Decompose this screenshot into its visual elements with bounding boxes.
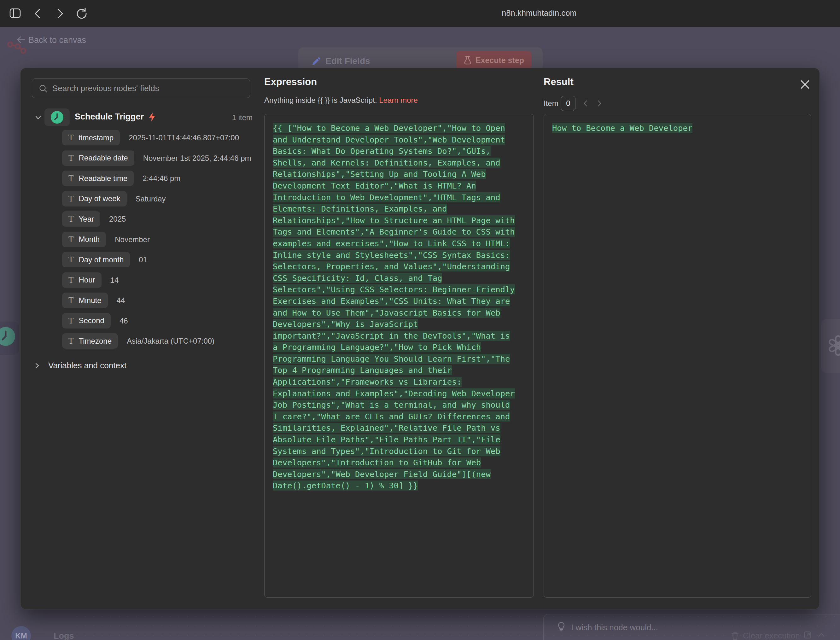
field-value: November (115, 232, 150, 244)
field-name: Day of week (79, 194, 120, 203)
pencil-icon (311, 56, 322, 66)
field-chip[interactable]: T Minute (62, 293, 108, 308)
field-chip[interactable]: T timestamp (62, 130, 120, 146)
field-value: 44 (117, 293, 125, 305)
field-row: T Hour 14 (32, 272, 253, 293)
field-value: November 1st 2025, 2:44:46 pm (143, 150, 251, 163)
field-name: Readable date (79, 154, 128, 162)
schedule-trigger-tree-header[interactable]: Schedule Trigger 1 item (32, 109, 253, 127)
execute-step-label: Execute step (475, 56, 524, 65)
field-row: T Day of month 01 (32, 252, 253, 272)
tree-node-title: Schedule Trigger (75, 112, 144, 122)
text-type-icon: T (69, 295, 74, 305)
text-type-icon: T (69, 235, 74, 244)
node-title: Edit Fields (325, 56, 370, 66)
item-label: Item (544, 99, 558, 108)
browser-forward-icon[interactable] (54, 8, 66, 19)
clock-icon (51, 111, 63, 123)
field-row: T Day of week Saturday (32, 191, 253, 211)
field-chip[interactable]: T Readable date (62, 150, 134, 166)
text-type-icon: T (69, 316, 74, 326)
expression-title: Expression (264, 76, 317, 88)
field-name: Day of month (79, 255, 124, 264)
openai-icon (826, 334, 840, 357)
browser-back-icon[interactable] (32, 8, 43, 19)
item-prev-icon[interactable] (582, 99, 589, 108)
expression-hint: Anything inside {{ }} is JavaScript. Lea… (264, 96, 418, 105)
learn-more-link[interactable]: Learn more (379, 96, 418, 104)
text-type-icon: T (69, 173, 74, 183)
field-value: 46 (120, 313, 128, 325)
text-type-icon: T (69, 214, 74, 224)
variables-and-context-toggle[interactable]: Variables and context (34, 361, 126, 370)
field-name: Second (79, 316, 104, 325)
search-placeholder: Search previous nodes' fields (52, 83, 159, 93)
avatar-initials: KM (15, 632, 27, 640)
lightbulb-icon (557, 621, 566, 633)
browser-toolbar: n8n.khmuhtadin.com (0, 0, 840, 27)
execute-step-button[interactable]: Execute step (456, 51, 531, 69)
field-chip[interactable]: T Hour (62, 272, 102, 288)
chevron-down-icon[interactable] (34, 114, 43, 122)
field-chip[interactable]: T Day of month (62, 252, 130, 267)
field-name: timestamp (79, 133, 114, 142)
field-name: Month (79, 235, 100, 244)
items-count: 1 item (232, 113, 253, 122)
field-value: 01 (139, 252, 147, 264)
clock-icon (0, 327, 15, 346)
field-value: Saturday (136, 191, 166, 203)
field-value: 2025-11-01T14:44:46.807+07:00 (129, 130, 239, 142)
back-to-canvas-link[interactable]: Back to canvas (28, 35, 86, 45)
search-input[interactable]: Search previous nodes' fields (32, 78, 250, 98)
chevron-up-icon[interactable] (817, 631, 826, 639)
field-name: Year (79, 215, 94, 224)
popout-icon[interactable] (803, 631, 812, 639)
flask-icon (464, 56, 472, 65)
field-chip[interactable]: T Month (62, 232, 106, 247)
item-index-input[interactable]: 0 (561, 96, 576, 111)
field-name: Minute (79, 296, 102, 305)
field-chip[interactable]: T Year (62, 211, 100, 227)
avatar[interactable]: KM (11, 626, 31, 640)
field-name: Hour (79, 275, 95, 284)
sidebar-toggle-icon[interactable] (9, 8, 21, 19)
browser-reload-icon[interactable] (75, 7, 88, 20)
trash-icon (731, 632, 739, 640)
result-title: Result (544, 76, 574, 88)
expression-code[interactable]: {{ ["How to Become a Web Developer","How… (273, 123, 515, 491)
field-chip[interactable]: T Readable time (62, 171, 134, 186)
field-value: 14 (110, 272, 119, 285)
screen: Back to canvas Edit Fields Execute step (0, 0, 840, 640)
item-next-icon[interactable] (596, 99, 603, 108)
field-value: 2:44:46 pm (142, 171, 180, 183)
fields-list: T timestamp 2025-11-01T14:44:46.807+07:0… (32, 130, 253, 354)
expression-editor-modal: Search previous nodes' fields Schedule T… (20, 68, 820, 610)
field-row: T Second 46 (32, 313, 253, 334)
clear-execution-button[interactable]: Clear execution (731, 631, 800, 640)
field-row: T Timezone Asia/Jakarta (UTC+07:00) (32, 333, 253, 354)
field-chip[interactable]: T Day of week (62, 191, 127, 206)
text-type-icon: T (69, 194, 74, 204)
field-value: 2025 (109, 211, 126, 224)
schedule-trigger-node-chip (45, 109, 70, 126)
field-chip[interactable]: T Timezone (62, 333, 118, 349)
variables-and-context-label: Variables and context (48, 361, 126, 370)
result-value: How to Become a Web Developer (552, 123, 693, 133)
field-row: T Month November (32, 232, 253, 252)
close-icon[interactable] (798, 78, 812, 91)
field-name: Timezone (79, 337, 112, 346)
text-type-icon: T (69, 255, 74, 264)
trigger-bolt-icon (148, 112, 156, 122)
wish-input[interactable]: I wish this node would... (571, 622, 658, 632)
field-row: T Year 2025 (32, 211, 253, 232)
field-row: T Readable date November 1st 2025, 2:44:… (32, 150, 253, 171)
clear-execution-label: Clear execution (743, 631, 800, 640)
address-bar-url[interactable]: n8n.khmuhtadin.com (451, 8, 627, 18)
openai-node-cut[interactable] (821, 319, 840, 373)
field-chip[interactable]: T Second (62, 313, 111, 328)
text-type-icon: T (69, 133, 74, 142)
expression-code-editor[interactable]: {{ ["How to Become a Web Developer","How… (264, 114, 534, 598)
back-arrow-icon[interactable] (16, 34, 27, 45)
logs-button[interactable]: Logs (54, 631, 74, 640)
logs-panel-controls[interactable] (803, 631, 826, 639)
